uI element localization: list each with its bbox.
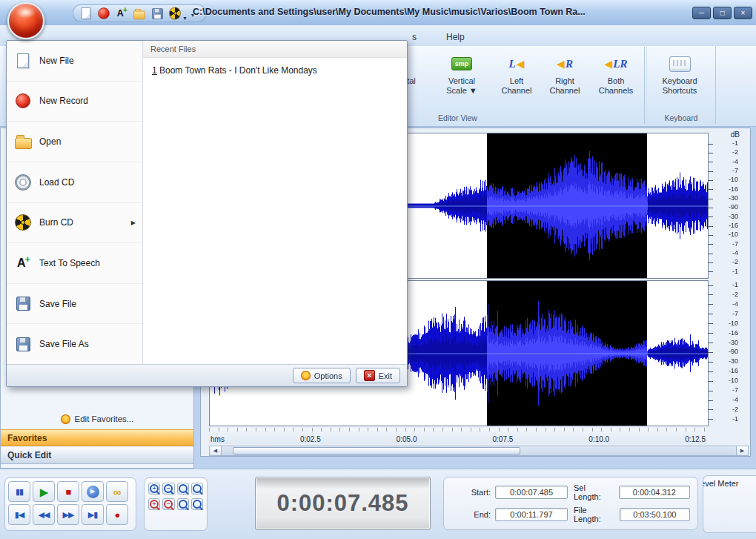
left-channel-button[interactable]: L Left Channel — [494, 50, 540, 113]
maximize-button[interactable]: □ — [713, 7, 732, 19]
exit-button[interactable]: Exit — [356, 368, 400, 383]
record-icon — [98, 7, 110, 19]
both-channels-button[interactable]: LR Both Channels — [591, 50, 641, 113]
db-tick-label: -90 — [707, 204, 747, 211]
recent-file-1[interactable]: 1 Boom Town Rats - I Don't Like Mondays — [143, 58, 407, 83]
horizontal-scrollbar[interactable] — [209, 446, 749, 456]
save-icon — [152, 8, 163, 19]
qat-record-button[interactable] — [96, 6, 111, 21]
stop-button[interactable]: ■ — [57, 481, 79, 502]
scroll-left-arrow[interactable] — [210, 446, 222, 455]
sel-length-field: Sel Length: 0:00:04.312 — [574, 483, 690, 501]
open-folder-icon — [15, 138, 32, 149]
play-all-button[interactable]: ▶ — [82, 481, 104, 502]
db-tick-label: -4 — [707, 159, 747, 165]
keyboard-shortcuts-button[interactable]: Keyboard Shortcuts — [652, 50, 707, 113]
new-file-icon — [82, 7, 90, 19]
zoom-out-button[interactable]: − — [162, 483, 174, 495]
menu-item-load-cd[interactable]: Load CD — [7, 162, 142, 203]
zoom-reset-button[interactable] — [191, 498, 203, 510]
qat-open-button[interactable] — [132, 6, 147, 21]
recent-files-panel: Recent Files 1 Boom Town Rats - I Don't … — [143, 41, 407, 364]
menu-item-new-record[interactable]: New Record — [7, 82, 142, 122]
zoom-in-button[interactable]: + — [148, 483, 160, 495]
timeline-label: 0:10.0 — [588, 436, 609, 443]
title-bar: C:\Documents and Settings\user\My Docume… — [0, 0, 756, 26]
new-file-icon — [17, 53, 29, 68]
sidebar-section-favorites[interactable]: Favorites — [1, 429, 193, 446]
application-menu-footer: Options Exit — [7, 364, 407, 386]
play-button[interactable]: ▶ — [33, 481, 55, 502]
scroll-right-arrow[interactable] — [736, 446, 748, 455]
db-tick-label: -90 — [707, 348, 747, 355]
submenu-arrow-icon: ▶ — [131, 219, 136, 226]
db-tick-label: -16 — [707, 368, 747, 374]
db-tick-label: -4 — [707, 250, 747, 257]
magnifier-icon — [179, 500, 188, 509]
save-as-icon — [16, 337, 30, 351]
menu-item-burn-cd[interactable]: Burn CD ▶ — [7, 203, 142, 244]
cd-icon — [15, 174, 31, 191]
timeline-label: 0:07.5 — [493, 436, 514, 443]
db-tick-label: -30 — [707, 358, 747, 365]
db-tick-label: -30 — [707, 214, 747, 220]
db-tick-label: -2 — [707, 291, 747, 298]
qat-text-to-speech-button[interactable] — [114, 6, 129, 21]
vertical-scale-button[interactable]: smp Vertical Scale ▼ — [437, 50, 486, 113]
zoom-100-button[interactable] — [177, 498, 189, 510]
loop-button[interactable]: ∞ — [106, 481, 128, 502]
skip-end-button[interactable]: ▶▮ — [82, 504, 104, 525]
application-menu-button[interactable] — [7, 2, 44, 39]
timeline-ruler[interactable]: hms0:02.50:05.00:07.50:10.00:12.5 — [209, 428, 707, 444]
vertical-zoom-out-button[interactable]: − — [162, 498, 174, 510]
application-menu-items: New File New Record Open Load CD Burn CD… — [7, 41, 143, 364]
db-tick-label: -16 — [707, 222, 747, 229]
menu-item-open[interactable]: Open — [7, 122, 142, 162]
file-length-field: File Length: 0:03:50.100 — [574, 506, 690, 523]
level-meter-label: Level Meter — [706, 479, 756, 488]
edit-favorites-button[interactable]: Edit Favorites... — [1, 411, 193, 426]
menu-item-save-file-as[interactable]: Save File As — [7, 324, 142, 364]
qat-save-button[interactable] — [150, 6, 165, 21]
timeline-label: 0:12.5 — [685, 436, 706, 443]
open-folder-icon — [133, 10, 145, 19]
rewind-button[interactable]: ◀◀ — [33, 504, 55, 525]
db-ruler-bottom-channel: -1-2-4-7-10-16-30-90-30-16-10-7-4-2-1 — [707, 282, 747, 423]
speaker-icon — [605, 58, 613, 70]
skip-start-button[interactable]: ▮◀ — [8, 504, 30, 525]
db-tick-label: -2 — [707, 149, 747, 156]
menu-item-text-to-speech[interactable]: Text To Speech — [7, 243, 142, 284]
db-tick-label: -4 — [707, 301, 747, 308]
text-to-speech-icon — [116, 8, 127, 19]
qat-new-file-button[interactable] — [79, 6, 93, 21]
sidebar-section-quick-edit[interactable]: Quick Edit — [1, 447, 193, 464]
magnifier-icon: − — [164, 484, 173, 493]
close-button[interactable]: × — [734, 7, 752, 19]
db-tick-label: -30 — [707, 195, 747, 202]
vertical-zoom-in-button[interactable]: + — [148, 498, 160, 510]
db-axis-label: dB — [731, 130, 740, 139]
magnifier-icon — [193, 500, 202, 509]
minimize-button[interactable]: ─ — [692, 7, 711, 19]
magnifier-icon — [179, 484, 188, 493]
burn-cd-icon — [15, 214, 31, 231]
pause-button[interactable]: ▮▮ — [8, 481, 30, 502]
window-controls: ─ □ × — [692, 7, 752, 19]
time-display: 0:00:07.485 — [255, 477, 431, 530]
db-tick-label: -10 — [707, 320, 747, 327]
scrollbar-thumb[interactable] — [233, 447, 520, 454]
menu-item-new-file[interactable]: New File — [7, 41, 142, 82]
options-button[interactable]: Options — [293, 368, 351, 383]
tab-help[interactable]: Help — [439, 28, 472, 46]
window-title: C:\Documents and Settings\user\My Docume… — [193, 7, 586, 17]
qat-burn-cd-button[interactable] — [168, 6, 182, 21]
db-tick-label: -7 — [707, 168, 747, 174]
zoom-selection-button[interactable] — [177, 483, 189, 495]
menu-item-save-file[interactable]: Save File — [7, 284, 142, 325]
record-button[interactable]: ● — [106, 504, 128, 525]
right-channel-button[interactable]: R Right Channel — [542, 50, 588, 113]
db-tick-label: -30 — [707, 340, 747, 346]
zoom-full-button[interactable] — [191, 483, 203, 495]
fast-forward-button[interactable]: ▶▶ — [57, 504, 79, 525]
edit-favorites-label: Edit Favorites... — [75, 414, 134, 423]
